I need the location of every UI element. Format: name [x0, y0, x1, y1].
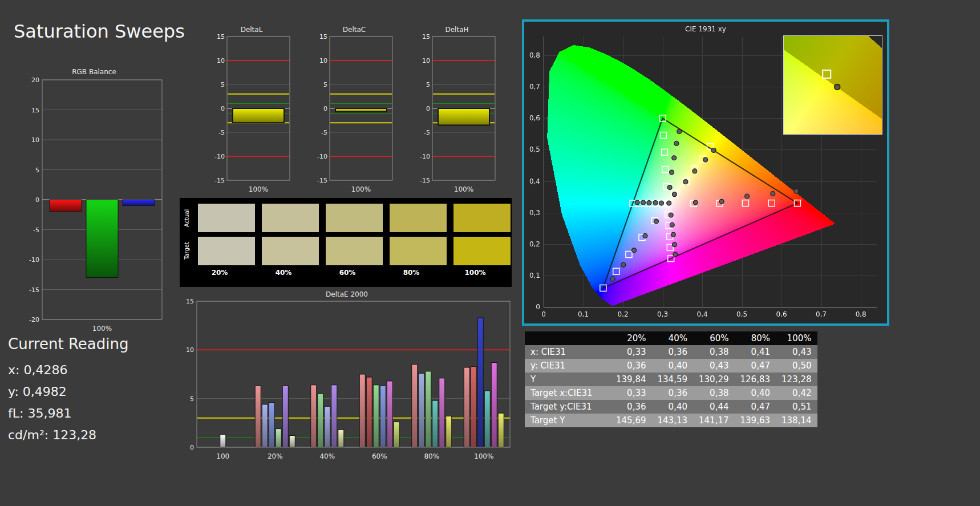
svg-text:100: 100	[216, 452, 229, 460]
deltae-bar	[373, 385, 379, 447]
table-row: Target x:CIE310,330,360,380,400,42	[525, 386, 817, 400]
swatch-row-label-target: Target	[182, 237, 191, 265]
svg-text:5: 5	[426, 81, 430, 88]
measurement-table: 20%40%60%80%100% x: CIE310,330,360,380,4…	[525, 331, 817, 427]
swatch-target-60%	[326, 237, 383, 265]
deltae-bar	[471, 366, 476, 447]
page-title: Saturation Sweeps	[14, 21, 185, 42]
deltae-2000-title: DeltaE 2000	[181, 290, 512, 299]
table-cell: 0,51	[776, 400, 817, 414]
rgb-balance-title: RGB Balance	[22, 67, 167, 76]
deltae-bar	[262, 404, 268, 447]
reading-cdm2: cd/m²: 123,28	[8, 424, 128, 446]
table-column-header: 60%	[693, 331, 735, 345]
deltae-2000-chart: DeltaE 2000 05101510020%40%60%80%100%	[181, 290, 512, 467]
svg-text:15: 15	[31, 107, 39, 114]
deltae-bar	[426, 371, 431, 447]
table-header-row: 20%40%60%80%100%	[525, 331, 817, 345]
table-row-label: x: CIE31	[525, 345, 610, 359]
svg-text:60%: 60%	[372, 452, 387, 460]
deltae-bar	[282, 386, 288, 447]
svg-text:100%: 100%	[454, 185, 473, 193]
table-row: Target y:CIE310,360,400,440,470,51	[525, 400, 817, 414]
swatch-target-80%	[390, 237, 447, 265]
svg-text:0: 0	[426, 105, 430, 112]
rgb-balance-plot: -20-15-10-505101520100%	[22, 76, 167, 334]
table-cell: 0,44	[693, 400, 735, 414]
measurement-table-body: x: CIE310,330,360,380,410,43y: CIE310,36…	[525, 345, 817, 427]
table-cell: 0,36	[610, 400, 652, 414]
table-cell: 139,84	[610, 373, 652, 386]
table-cell: 126,83	[735, 373, 776, 386]
reading-fl: fL: 35,981	[8, 403, 128, 424]
deltae-bar	[380, 386, 386, 447]
svg-text:15: 15	[217, 34, 225, 41]
svg-text:-10: -10	[29, 256, 39, 264]
deltae-bar	[318, 394, 323, 447]
svg-text:-15: -15	[214, 177, 225, 184]
deltae-bar	[446, 416, 452, 447]
table-row: y: CIE310,360,400,430,470,50	[525, 359, 817, 373]
delta-h-plot: -15-10-5051015100%	[415, 34, 499, 196]
rgb-bar-blue	[123, 200, 155, 206]
svg-text:40%: 40%	[319, 452, 335, 460]
table-corner-cell	[525, 331, 610, 345]
swatch-column-labels: 20%40%60%80%100%	[191, 269, 512, 277]
deltae-bar	[331, 385, 337, 447]
measurement-table-head: 20%40%60%80%100%	[525, 331, 817, 345]
table-cell: 143,13	[652, 414, 694, 427]
delta-l-plot: -15-10-5051015100%	[210, 34, 293, 196]
table-row: Y139,84134,59130,29126,83123,28	[525, 373, 817, 386]
rgb-bar-red	[50, 200, 82, 212]
svg-text:-5: -5	[218, 129, 225, 136]
table-cell: 145,69	[610, 414, 652, 427]
svg-text:-15: -15	[29, 286, 39, 294]
swatch-actual-100%	[453, 204, 511, 232]
delta-l-title: DeltaL	[210, 25, 293, 34]
deltae-bar	[289, 436, 295, 447]
delta-c-plot: -15-10-5051015100%	[313, 34, 396, 196]
deltae-reference-lines	[197, 350, 510, 438]
deltae-bar	[491, 363, 497, 447]
deltae-bar	[366, 377, 372, 447]
delta-h-title: DeltaH	[415, 25, 499, 34]
deltae-bar	[394, 422, 399, 447]
svg-text:15: 15	[186, 299, 194, 305]
table-cell: 141,17	[693, 414, 735, 427]
rgb-bar-green	[86, 200, 118, 278]
deltae-bar	[359, 374, 365, 447]
deltae-bar	[311, 385, 317, 447]
svg-text:0: 0	[221, 105, 225, 112]
table-cell: 0,33	[610, 345, 652, 359]
table-cell: 130,29	[693, 373, 735, 386]
deltae-bar	[498, 413, 504, 447]
svg-text:5: 5	[323, 81, 327, 88]
svg-text:100%: 100%	[474, 452, 493, 460]
svg-text:-10: -10	[420, 153, 430, 160]
table-cell: 0,33	[610, 386, 652, 400]
svg-text:10: 10	[422, 57, 430, 64]
svg-text:0: 0	[190, 444, 194, 451]
swatch-column-label: 100%	[447, 269, 504, 277]
deltae-bar	[338, 430, 344, 447]
deltae-bar	[220, 435, 226, 447]
swatch-comparison-panel: ActualTarget20%40%60%80%100%	[180, 198, 512, 287]
svg-text:-5: -5	[321, 129, 327, 136]
svg-text:100%: 100%	[351, 185, 371, 193]
deltae-bar	[484, 391, 490, 447]
svg-text:10: 10	[217, 57, 225, 64]
svg-text:-10: -10	[214, 153, 225, 160]
deltae-bar	[387, 381, 392, 447]
svg-text:0: 0	[323, 105, 327, 112]
swatch-row-actual: Actual	[182, 204, 512, 232]
deltae-bar	[276, 429, 281, 447]
deltae-bar	[432, 400, 438, 447]
delta-h-chart: DeltaH -15-10-5051015100%	[415, 25, 499, 199]
reading-x: x: 0,4286	[8, 359, 128, 381]
svg-text:-5: -5	[424, 129, 430, 136]
swatch-column-label: 20%	[191, 269, 248, 277]
deltae-bar	[477, 318, 483, 447]
swatch-column-label: 80%	[383, 269, 440, 277]
table-cell: 0,40	[652, 400, 694, 414]
svg-text:-15: -15	[420, 177, 430, 184]
